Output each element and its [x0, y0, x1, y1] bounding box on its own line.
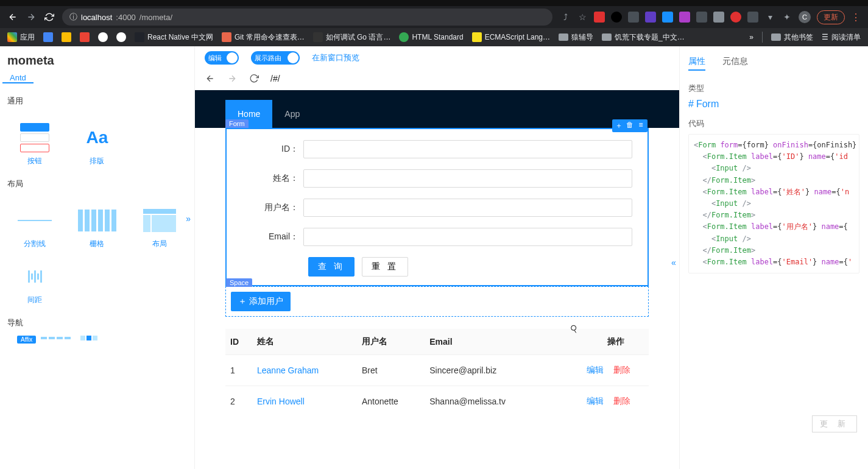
canvas-area: 编辑 展示路由 在新窗口预览 /#/ Home App Form ＋ 🗑 ≡	[195, 46, 679, 469]
ext-icon[interactable]	[713, 12, 724, 23]
preview-reload-icon[interactable]	[249, 73, 259, 84]
user-link[interactable]: Ervin Howell	[257, 397, 305, 406]
component-grid[interactable]: 栅格	[67, 196, 127, 249]
url-host: localhost	[81, 13, 112, 22]
back-icon[interactable]	[7, 12, 18, 23]
site-info-icon[interactable]: ⓘ	[69, 12, 77, 23]
component-pagination[interactable]	[80, 336, 97, 340]
bookmarks-bar: 应用 React Native 中文网 Git 常用命令速查表… 如何调试 Go…	[0, 28, 868, 46]
col-username: 用户名	[357, 329, 425, 355]
selection-add-icon[interactable]: ＋	[615, 121, 623, 131]
preview-nav: /#/	[195, 69, 679, 90]
col-email: Email	[425, 329, 550, 355]
top-controls: 编辑 展示路由 在新窗口预览	[195, 46, 679, 69]
bookmark-item[interactable]: 如何调试 Go 语言…	[313, 32, 391, 43]
component-space[interactable]: 间距	[5, 252, 65, 305]
bookmark-item[interactable]	[80, 32, 90, 42]
ext-icon[interactable]	[611, 12, 622, 23]
collapse-handle-icon[interactable]: «	[671, 258, 676, 267]
reset-button[interactable]: 重 置	[362, 257, 408, 277]
profile-avatar[interactable]: C	[799, 11, 811, 23]
component-affix[interactable]: Affix	[12, 332, 31, 344]
bookmark-item[interactable]: React Native 中文网	[135, 32, 213, 43]
share-icon[interactable]: ⤴	[560, 12, 571, 23]
group-header-layout: 布局	[0, 175, 194, 193]
ext-icon[interactable]	[594, 12, 605, 23]
hash-icon: #	[688, 99, 694, 110]
browser-chrome: ⓘ localhost:4000/mometa/ ⤴ ☆ ▾ ✦ C 更新 ⋮ …	[0, 0, 868, 46]
search-button[interactable]: 查 询	[308, 257, 355, 277]
bookmark-item[interactable]	[62, 32, 71, 42]
forward-icon[interactable]	[26, 12, 37, 23]
hovered-space-block[interactable]: Space ＋添加用户	[225, 286, 649, 317]
component-layout[interactable]: 布局 »	[130, 196, 189, 249]
component-palette: mometa Antd 通用 按钮 Aa 排版 布局 分割线 栅格	[0, 46, 195, 469]
bookmark-item[interactable]: 饥荒下载专题_中文…	[602, 32, 685, 43]
input-email[interactable]	[303, 228, 632, 246]
type-value: #Form	[688, 99, 859, 110]
toolbar-right: ⤴ ☆ ▾ ✦ C 更新 ⋮	[560, 10, 861, 24]
ext-icon[interactable]	[662, 12, 673, 23]
component-typography[interactable]: Aa 排版	[67, 113, 127, 166]
row-delete-link[interactable]: 删除	[613, 365, 630, 375]
preview-forward-icon[interactable]	[227, 73, 238, 84]
selected-form-block[interactable]: Form ＋ 🗑 ≡ ID 姓名 用户名 Email 查 询 重 置	[225, 128, 649, 286]
library-tab-antd[interactable]: Antd	[2, 73, 34, 83]
tab-app[interactable]: App	[272, 100, 312, 128]
row-edit-link[interactable]: 编辑	[587, 396, 604, 406]
menu-icon[interactable]: ⋮	[851, 12, 861, 23]
component-button[interactable]: 按钮	[5, 113, 65, 166]
bookmark-item[interactable]: Git 常用命令速查表…	[222, 32, 305, 43]
update-button[interactable]: 更 新	[812, 415, 857, 432]
user-link[interactable]: Leanne Graham	[257, 365, 319, 375]
browser-update-button[interactable]: 更新	[817, 10, 845, 24]
input-username[interactable]	[303, 199, 632, 217]
preview-back-icon[interactable]	[205, 73, 216, 84]
input-name[interactable]	[303, 169, 632, 188]
star-icon[interactable]: ☆	[577, 12, 588, 23]
reload-icon[interactable]	[44, 12, 55, 23]
group-header-nav: 导航	[0, 314, 194, 332]
table-row: 2 Ervin Howell Antonette Shanna@melissa.…	[225, 386, 649, 417]
url-field[interactable]: ⓘ localhost:4000/mometa/	[62, 9, 552, 26]
extensions-icon[interactable]: ✦	[782, 12, 792, 23]
component-steps[interactable]	[41, 337, 71, 339]
selection-toolbar: ＋ 🗑 ≡	[612, 119, 647, 132]
ext-icon[interactable]	[696, 12, 707, 23]
ext-icon[interactable]	[747, 12, 758, 23]
bookmarks-more[interactable]: »	[749, 33, 753, 41]
bookmark-item[interactable]	[116, 32, 126, 42]
bookmark-item[interactable]	[43, 32, 53, 42]
reading-list[interactable]: ☰阅读清单	[822, 32, 861, 43]
component-divider[interactable]: 分割线	[5, 196, 65, 249]
preview-new-window-link[interactable]: 在新窗口预览	[312, 52, 359, 63]
edit-switch[interactable]: 编辑	[205, 51, 239, 65]
row-edit-link[interactable]: 编辑	[587, 365, 604, 375]
ext-icon[interactable]	[645, 12, 656, 23]
bookmark-item[interactable]: HTML Standard	[399, 32, 463, 42]
plus-icon: ＋	[238, 296, 247, 307]
more-icon[interactable]: »	[186, 214, 191, 224]
ext-icon[interactable]	[628, 12, 639, 23]
other-bookmarks[interactable]: 其他书签	[771, 32, 813, 43]
code-editor[interactable]: <Form form={form} onFinish={onFinish} la…	[688, 134, 859, 273]
ext-icon[interactable]	[730, 12, 741, 23]
selection-delete-icon[interactable]: 🗑	[626, 121, 634, 131]
bookmark-item[interactable]: ECMAScript Lang…	[472, 32, 550, 42]
group-header-general: 通用	[0, 92, 194, 110]
filter-icon[interactable]: ▾	[764, 12, 775, 23]
route-switch[interactable]: 展示路由	[251, 51, 300, 65]
bookmark-item[interactable]: 猿辅导	[559, 32, 593, 43]
row-delete-link[interactable]: 删除	[613, 396, 630, 406]
bookmark-item[interactable]	[98, 32, 108, 42]
table-row: 1 Leanne Graham Bret Sincere@april.biz 编…	[225, 355, 649, 386]
selection-menu-icon[interactable]: ≡	[637, 121, 645, 131]
ext-icon[interactable]	[679, 12, 690, 23]
add-user-button[interactable]: ＋添加用户	[231, 292, 291, 311]
input-id[interactable]	[303, 140, 632, 158]
tab-meta[interactable]: 元信息	[722, 56, 748, 71]
tab-attributes[interactable]: 属性	[688, 56, 705, 71]
label-username: 用户名	[236, 202, 303, 213]
inspector-panel: « 属性 元信息 类型 #Form 代码 <Form form={form} o…	[679, 46, 868, 469]
apps-button[interactable]: 应用	[7, 32, 35, 43]
